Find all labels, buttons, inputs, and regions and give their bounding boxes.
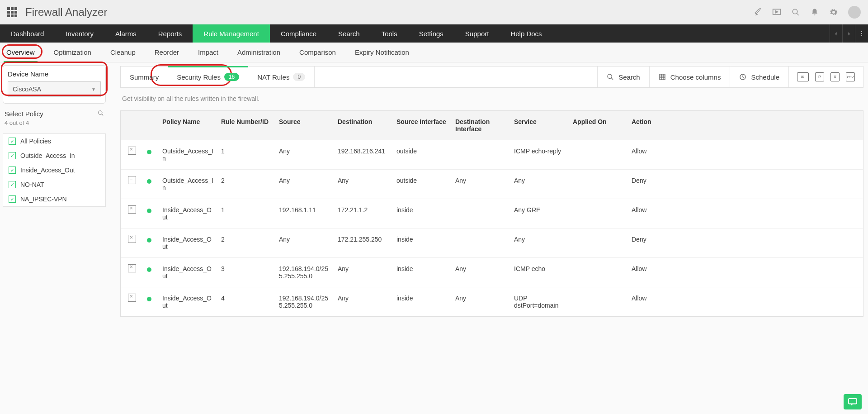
export-csv-icon[interactable]: CSV	[846, 72, 855, 81]
nav-item-search[interactable]: Search	[327, 24, 371, 43]
main-nav: DashboardInventoryAlarmsReportsRule Mana…	[0, 24, 868, 43]
nav-item-tools[interactable]: Tools	[371, 24, 408, 43]
nav-more-icon[interactable]: ⋮	[855, 24, 868, 43]
user-avatar[interactable]	[848, 6, 861, 19]
search-icon[interactable]	[791, 8, 800, 17]
subnav-optimization[interactable]: Optimization	[54, 43, 91, 62]
present-icon[interactable]	[772, 8, 781, 17]
nav-item-compliance[interactable]: Compliance	[270, 24, 327, 43]
cell-applied-on	[569, 140, 628, 169]
nav-item-dashboard[interactable]: Dashboard	[0, 24, 55, 43]
nav-item-reports[interactable]: Reports	[147, 24, 193, 43]
device-name-label: Device Name	[8, 70, 101, 78]
table-row[interactable]: Inside_Access_Out2Any172.21.255.250insid…	[121, 228, 863, 257]
nav-item-settings[interactable]: Settings	[408, 24, 454, 43]
nav-item-rule-management[interactable]: Rule Management	[193, 24, 270, 43]
cell-policy: Inside_Access_Out	[159, 228, 217, 257]
rules-search-label: Search	[618, 73, 640, 81]
table-row[interactable]: Outside_Access_In1Any192.168.216.241outs…	[121, 140, 863, 169]
col-rule[interactable]: Rule Number/ID	[217, 111, 275, 140]
gear-icon[interactable]	[829, 8, 838, 17]
status-dot	[147, 238, 151, 243]
nav-item-inventory[interactable]: Inventory	[55, 24, 104, 43]
col-policy[interactable]: Policy Name	[159, 111, 217, 140]
cell-service: ICMP echo-reply	[510, 140, 569, 169]
subnav-reorder[interactable]: Reorder	[155, 43, 179, 62]
cell-rule: 3	[217, 258, 275, 287]
export-mail-icon[interactable]: ✉	[797, 72, 809, 81]
subnav-impact[interactable]: Impact	[198, 43, 218, 62]
row-doc-icon[interactable]	[128, 235, 136, 243]
nav-item-support[interactable]: Support	[454, 24, 500, 43]
cell-applied-on	[569, 258, 628, 287]
nav-next-icon[interactable]: ›	[843, 24, 855, 43]
cell-applied-on	[569, 228, 628, 257]
cell-service: ICMP echo	[510, 258, 569, 287]
svg-rect-6	[849, 399, 857, 404]
chat-fab[interactable]	[844, 394, 862, 409]
row-doc-icon[interactable]	[128, 205, 136, 214]
policy-item[interactable]: ✓All Policies	[3, 134, 105, 148]
row-doc-icon[interactable]	[128, 294, 136, 302]
cell-service: Any	[510, 170, 569, 199]
tab-security-rules[interactable]: Security Rules 16	[168, 67, 248, 87]
subnav-overview[interactable]: Overview	[6, 43, 35, 62]
schedule[interactable]: Schedule	[730, 67, 788, 87]
row-doc-icon[interactable]	[128, 264, 136, 272]
policy-search-icon[interactable]	[98, 110, 104, 118]
col-applied-on[interactable]: Applied On	[569, 111, 628, 140]
col-destination-interface[interactable]: Destination Interface	[452, 111, 510, 140]
tab-nat-rules[interactable]: NAT Rules 0	[248, 67, 315, 87]
col-source-interface[interactable]: Source Interface	[393, 111, 452, 140]
policy-item-label: NA_IPSEC-VPN	[20, 195, 67, 203]
choose-columns[interactable]: Choose columns	[649, 67, 730, 87]
device-select[interactable]: CiscoASA ▼	[8, 81, 101, 97]
cell-source: Any	[275, 140, 334, 169]
app-launcher-icon[interactable]	[7, 7, 17, 17]
table-row[interactable]: Inside_Access_Out4192.168.194.0/255.255.…	[121, 287, 863, 316]
tab-summary-label: Summary	[130, 73, 159, 81]
policy-item[interactable]: ✓Outside_Access_In	[3, 148, 105, 163]
subnav-expiry-notification[interactable]: Expiry Notification	[355, 43, 409, 62]
sidebar: Device Name CiscoASA ▼ Select Policy 4 o…	[0, 62, 110, 414]
policy-item-label: NO-NAT	[20, 181, 44, 188]
select-policy-label: Select Policy	[5, 110, 43, 118]
policy-item-label: Outside_Access_In	[20, 152, 75, 159]
rules-search[interactable]: Search	[597, 67, 649, 87]
subnav-comparison[interactable]: Comparison	[299, 43, 336, 62]
table-row[interactable]: Outside_Access_In2AnyAnyoutsideAnyAnyDen…	[121, 169, 863, 199]
export-xls-icon[interactable]: X	[830, 72, 840, 81]
status-dot	[147, 150, 151, 154]
cell-policy: Outside_Access_In	[159, 140, 217, 169]
table-row[interactable]: Inside_Access_Out3192.168.194.0/255.255.…	[121, 257, 863, 287]
col-source[interactable]: Source	[275, 111, 334, 140]
table-row[interactable]: Inside_Access_Out1192.168.1.11172.21.1.2…	[121, 199, 863, 228]
cell-rule: 1	[217, 199, 275, 228]
subnav-administration[interactable]: Administration	[237, 43, 280, 62]
row-doc-icon[interactable]	[128, 147, 136, 155]
cell-destination-interface: Any	[452, 287, 510, 316]
cell-destination: 172.21.255.250	[334, 228, 393, 257]
bell-icon[interactable]	[810, 8, 819, 17]
col-destination[interactable]: Destination	[334, 111, 393, 140]
row-doc-icon[interactable]	[128, 176, 136, 184]
nav-item-help-docs[interactable]: Help Docs	[500, 24, 552, 43]
col-service[interactable]: Service	[510, 111, 569, 140]
cell-source-interface: outside	[393, 140, 452, 169]
policy-item[interactable]: ✓Inside_Access_Out	[3, 163, 105, 177]
subnav-cleanup[interactable]: Cleanup	[110, 43, 136, 62]
policy-item[interactable]: ✓NO-NAT	[3, 177, 105, 192]
col-action[interactable]: Action	[628, 111, 678, 140]
table-header: Policy Name Rule Number/ID Source Destin…	[121, 111, 863, 140]
cell-destination: 192.168.216.241	[334, 140, 393, 169]
nav-item-alarms[interactable]: Alarms	[104, 24, 147, 43]
export-pdf-icon[interactable]: P	[815, 72, 824, 81]
tab-summary[interactable]: Summary	[121, 67, 168, 87]
rocket-icon[interactable]	[753, 8, 762, 17]
cell-applied-on	[569, 287, 628, 316]
cell-source-interface: inside	[393, 228, 452, 257]
policy-item[interactable]: ✓NA_IPSEC-VPN	[3, 192, 105, 206]
cell-destination-interface: Any	[452, 170, 510, 199]
nav-prev-icon[interactable]: ‹	[830, 24, 843, 43]
cell-action: Allow	[628, 287, 678, 316]
